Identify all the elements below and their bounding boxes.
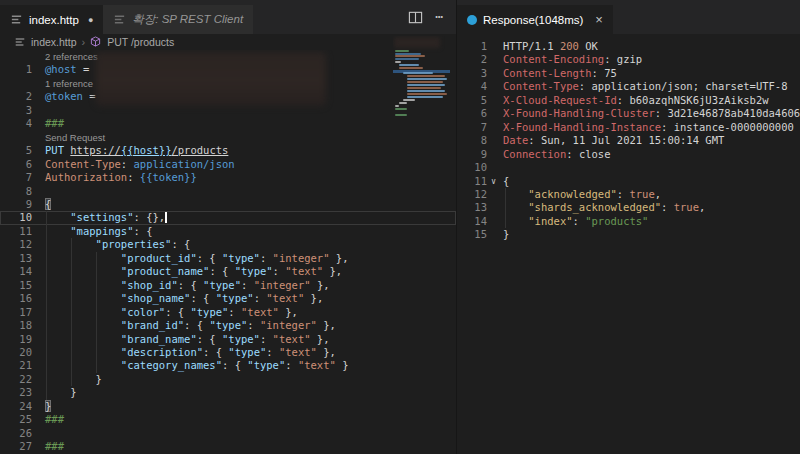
- code-token: : {: [197, 252, 222, 264]
- modified-dot-icon[interactable]: ●: [88, 15, 93, 25]
- line-number: 22: [0, 373, 32, 386]
- line-number: 17: [0, 306, 32, 319]
- line-content: X-Found-Handling-Cluster: 3d21e46878ab41…: [500, 107, 800, 120]
- code-token: "text": [285, 265, 323, 277]
- vscode-window: index.http ● 확장: SP REST Client ⋯ index.…: [0, 0, 800, 454]
- line-content: X-Cloud-Request-Id: b60azqhNSK6jU3zAiksb…: [500, 94, 800, 107]
- redaction-blur: [96, 52, 326, 106]
- code-line: 17 "color": { "type": "text" },: [0, 306, 456, 319]
- code-token: "type": [222, 333, 260, 345]
- code-line: 4Content-Type: application/json; charset…: [457, 80, 800, 93]
- minimap-line: [407, 81, 443, 83]
- line-number: 20: [0, 346, 32, 359]
- close-icon[interactable]: ×: [595, 12, 603, 27]
- more-actions-icon[interactable]: ⋯: [435, 12, 444, 22]
- code-token: "description": [121, 346, 203, 358]
- code-token: "brand_name": [121, 333, 197, 345]
- code-token: "integer": [273, 252, 330, 264]
- line-content: [500, 161, 800, 174]
- code-token: close: [579, 148, 611, 160]
- code-token: OK: [579, 40, 598, 52]
- code-token: [45, 211, 70, 223]
- line-number: 1: [457, 40, 487, 53]
- fold-gutter: [487, 161, 500, 174]
- code-token: application/json; charset=UTF-8: [592, 80, 788, 92]
- minimap-line: [399, 64, 419, 66]
- fold-gutter: [487, 188, 500, 201]
- indent-guide: [505, 188, 506, 228]
- line-number: 3: [457, 67, 487, 80]
- code-token: :: [661, 121, 674, 133]
- code-token: Connection: [503, 148, 566, 160]
- codelens-action[interactable]: Send Request: [45, 132, 105, 143]
- tab-index-http[interactable]: index.http ●: [0, 5, 103, 34]
- code-token: }: [336, 359, 349, 371]
- code-token: [503, 188, 528, 200]
- breadcrumb-file[interactable]: index.http: [31, 36, 77, 48]
- fold-chevron-icon[interactable]: ∨: [487, 175, 500, 188]
- code-token: b60azqhNSK6jU3zAiksb2w: [629, 94, 768, 106]
- minimap-line: [403, 72, 433, 74]
- split-editor-icon[interactable]: [408, 10, 423, 25]
- code-token: : {: [209, 265, 234, 277]
- line-content: }: [32, 400, 456, 413]
- code-token: }: [45, 400, 51, 412]
- code-line: 14 "index": "products": [457, 215, 800, 228]
- line-number: 5: [0, 144, 32, 157]
- line-number: 18: [0, 319, 32, 332]
- fold-gutter: [487, 80, 500, 93]
- left-tab-bar: index.http ● 확장: SP REST Client ⋯: [0, 0, 456, 34]
- editor-actions: ⋯: [408, 10, 456, 25]
- tab-response[interactable]: Response(1048ms) ×: [457, 5, 613, 34]
- breadcrumb-symbol[interactable]: PUT /products: [107, 36, 174, 48]
- code-token: :: [266, 346, 279, 358]
- minimap-line: [407, 96, 443, 98]
- code-token: },: [311, 279, 330, 291]
- code-token: : {: [222, 359, 247, 371]
- fold-gutter: [487, 94, 500, 107]
- code-token: [45, 279, 121, 291]
- code-token: : {: [203, 346, 228, 358]
- code-token: "type": [203, 279, 241, 291]
- code-token: : {: [190, 292, 215, 304]
- line-content: HTTP/1.1 200 OK: [500, 40, 800, 53]
- fold-gutter: [487, 134, 500, 147]
- code-token: Sun, 11 Jul 2021 15:00:14 GMT: [541, 134, 724, 146]
- line-number: [0, 131, 32, 144]
- line-content: [32, 185, 456, 198]
- line-number: 25: [0, 413, 32, 426]
- line-number: 15: [0, 279, 32, 292]
- code-token: :: [127, 171, 140, 183]
- code-line: 4###: [0, 117, 456, 130]
- line-number: [0, 50, 32, 63]
- response-lines: 1HTTP/1.1 200 OK2Content-Encoding: gzip3…: [457, 40, 800, 242]
- fold-gutter: [487, 53, 500, 66]
- line-number: 27: [0, 440, 32, 453]
- code-token: {: [45, 198, 51, 210]
- breadcrumb[interactable]: index.http › PUT /products: [0, 34, 456, 50]
- minimap[interactable]: [393, 36, 450, 118]
- code-token: [45, 346, 121, 358]
- code-token: "acknowledged": [528, 188, 617, 200]
- response-pane[interactable]: 1HTTP/1.1 200 OK2Content-Encoding: gzip3…: [457, 34, 800, 454]
- code-line: 12 "properties": {: [0, 238, 456, 251]
- code-token: true: [674, 201, 699, 213]
- editor-pane[interactable]: 2 references1@host = 1 reference2@token …: [0, 50, 456, 454]
- code-token: {{token}}: [140, 171, 197, 183]
- tab-sp-rest-client-extension[interactable]: 확장: SP REST Client: [103, 5, 253, 34]
- line-number: 2: [457, 53, 487, 66]
- code-line: 8: [0, 185, 456, 198]
- breadcrumb-separator: ›: [82, 36, 86, 48]
- code-token: 3d21e46878ab410da46064888844: [667, 107, 800, 119]
- code-line: 12 "acknowledged": true,: [457, 188, 800, 201]
- code-token: },: [317, 346, 336, 358]
- code-token: instance-0000000000: [674, 121, 794, 133]
- line-number: 24: [0, 400, 32, 413]
- code-line: 24}: [0, 400, 456, 413]
- response-tab-bar: Response(1048ms) ×: [457, 0, 800, 34]
- line-number: 14: [457, 215, 487, 228]
- code-token: },: [317, 319, 336, 331]
- code-line: 20 "description": { "type": "text" },: [0, 346, 456, 359]
- code-token: ###: [45, 413, 64, 425]
- line-content: Connection: close: [500, 148, 800, 161]
